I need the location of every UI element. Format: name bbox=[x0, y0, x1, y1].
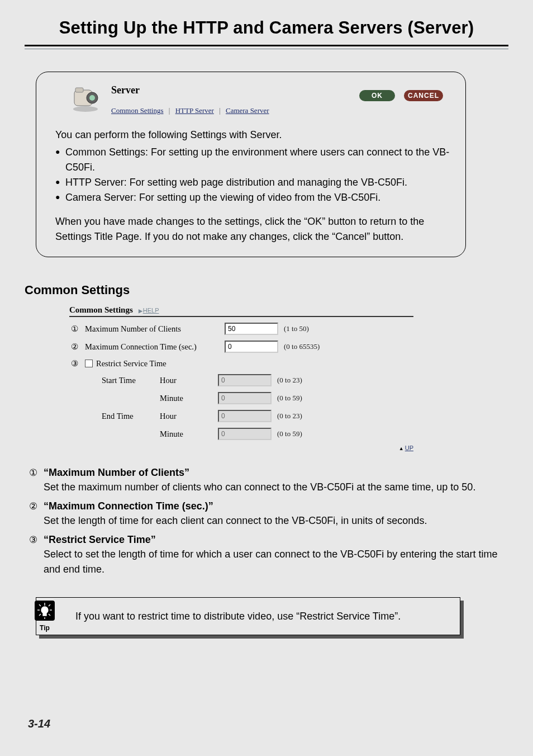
svg-point-3 bbox=[89, 95, 95, 101]
page-header: Setting Up the HTTP and Camera Servers (… bbox=[25, 16, 508, 49]
input-start-hour[interactable] bbox=[218, 374, 272, 386]
def-text: Select to set the length of time for whi… bbox=[44, 547, 504, 577]
nav-links: Common Settings | HTTP Server | Camera S… bbox=[111, 106, 450, 115]
link-camera-server[interactable]: Camera Server bbox=[226, 106, 269, 115]
def-marker: ① bbox=[29, 467, 44, 495]
link-separator: | bbox=[219, 106, 221, 115]
marker-1: ① bbox=[69, 324, 79, 334]
range-hour: (0 to 23) bbox=[277, 412, 302, 420]
divider-thin bbox=[25, 49, 508, 49]
intro-closing: When you have made changes to the settin… bbox=[55, 214, 450, 244]
input-max-conn[interactable] bbox=[225, 341, 278, 353]
range-minute: (0 to 59) bbox=[277, 429, 302, 438]
label-minute: Minute bbox=[160, 394, 218, 403]
svg-point-0 bbox=[73, 106, 98, 112]
def-marker: ③ bbox=[29, 534, 44, 577]
lightbulb-icon bbox=[35, 601, 55, 623]
label-hour: Hour bbox=[160, 412, 218, 421]
up-arrow-icon: ▲ bbox=[399, 446, 404, 451]
cancel-button[interactable]: CANCEL bbox=[404, 90, 443, 101]
range-max-clients: (1 to 50) bbox=[284, 324, 309, 333]
label-end-time: End Time bbox=[102, 412, 160, 421]
common-settings-panel: Common Settings ▶HELP ① Maximum Number o… bbox=[69, 305, 413, 451]
input-max-clients[interactable] bbox=[225, 323, 278, 335]
tip-box: Tip If you want to restrict time to dist… bbox=[36, 597, 460, 635]
link-separator: | bbox=[169, 106, 170, 115]
label-max-conn: Maximum Connection Time (sec.) bbox=[85, 342, 225, 352]
def-text: Set the maximum number of clients who ca… bbox=[44, 480, 504, 495]
intro-card: Server Common Settings | HTTP Server | C… bbox=[36, 72, 466, 257]
def-text: Set the length of time for each client c… bbox=[44, 513, 504, 528]
intro-lead: You can perform the following Settings w… bbox=[55, 127, 450, 143]
def-title: “Maximum Connection Time (sec.)” bbox=[44, 500, 213, 512]
range-minute: (0 to 59) bbox=[277, 394, 302, 403]
up-link[interactable]: UP bbox=[405, 445, 413, 451]
marker-3: ③ bbox=[69, 358, 79, 368]
intro-bullet: HTTP Server: For setting web page distri… bbox=[55, 175, 450, 190]
checkbox-restrict-service-time[interactable] bbox=[85, 360, 93, 367]
page-title: Setting Up the HTTP and Camera Servers (… bbox=[25, 16, 508, 44]
label-minute: Minute bbox=[160, 429, 218, 439]
label-restrict: Restrict Service Time bbox=[96, 359, 166, 368]
page-number: 3-14 bbox=[28, 717, 50, 730]
svg-rect-7 bbox=[43, 613, 46, 616]
camera-icon bbox=[70, 84, 101, 112]
def-title: “Maximum Number of Clients” bbox=[44, 467, 189, 478]
ok-button[interactable]: OK bbox=[359, 90, 395, 101]
help-link[interactable]: HELP bbox=[143, 307, 159, 314]
svg-rect-4 bbox=[75, 88, 83, 92]
label-start-time: Start Time bbox=[102, 376, 160, 385]
marker-2: ② bbox=[69, 342, 79, 352]
intro-bullet: Common Settings: For setting up the envi… bbox=[55, 145, 450, 175]
link-http-server[interactable]: HTTP Server bbox=[175, 106, 214, 115]
help-arrow-icon: ▶ bbox=[139, 308, 142, 314]
range-max-conn: (0 to 65535) bbox=[284, 342, 320, 351]
input-start-minute[interactable] bbox=[218, 392, 272, 404]
link-common-settings[interactable]: Common Settings bbox=[111, 106, 164, 115]
def-marker: ② bbox=[29, 500, 44, 528]
divider-thick bbox=[25, 45, 508, 46]
label-hour: Hour bbox=[160, 376, 218, 385]
definitions: ① “Maximum Number of Clients” Set the ma… bbox=[25, 467, 508, 577]
tip-text: If you want to restrict time to distribu… bbox=[75, 611, 401, 622]
label-max-clients: Maximum Number of Clients bbox=[85, 324, 225, 334]
def-title: “Restrict Service Time” bbox=[44, 534, 156, 545]
input-end-hour[interactable] bbox=[218, 410, 272, 422]
panel-title: Common Settings bbox=[69, 305, 133, 315]
input-end-minute[interactable] bbox=[218, 428, 272, 440]
intro-bullet: Camera Server: For setting up the viewin… bbox=[55, 190, 450, 205]
range-hour: (0 to 23) bbox=[277, 376, 302, 385]
section-heading: Common Settings bbox=[25, 283, 508, 297]
svg-point-6 bbox=[41, 607, 48, 613]
tip-label: Tip bbox=[40, 624, 50, 632]
